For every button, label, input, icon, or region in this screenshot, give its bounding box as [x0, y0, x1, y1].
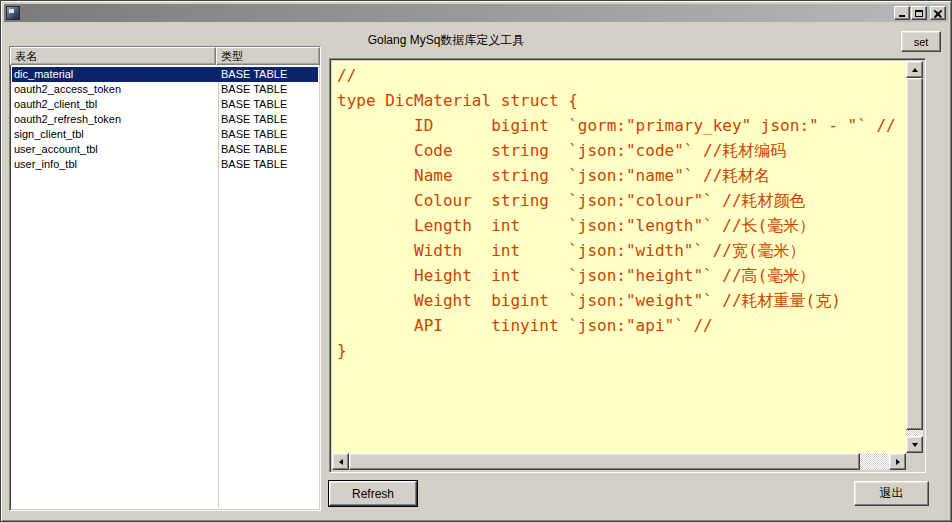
table-row[interactable]: oauth2_client_tbl BASE TABLE: [12, 97, 318, 112]
table-row[interactable]: dic_material BASE TABLE: [12, 67, 318, 82]
code-panel: // type DicMaterial struct { ID bigint `…: [329, 58, 926, 473]
cell-table-name: dic_material: [12, 67, 218, 82]
cell-table-name: oauth2_access_token: [12, 82, 218, 97]
scroll-left-button[interactable]: [332, 453, 349, 470]
exit-button[interactable]: 退出: [854, 481, 929, 506]
minimize-icon: [899, 15, 905, 17]
cell-table-name: oauth2_refresh_token: [12, 112, 218, 127]
horizontal-scrollbar[interactable]: [332, 453, 906, 470]
cell-table-name: sign_client_tbl: [12, 127, 218, 142]
table-row[interactable]: oauth2_refresh_token BASE TABLE: [12, 112, 318, 127]
cell-table-type: BASE TABLE: [218, 82, 318, 97]
code-text[interactable]: // type DicMaterial struct { ID bigint `…: [332, 61, 906, 365]
table-body: dic_material BASE TABLE oauth2_access_to…: [12, 67, 318, 508]
vertical-scrollbar[interactable]: [906, 61, 923, 453]
minimize-button[interactable]: [894, 6, 910, 20]
cell-table-name: user_info_tbl: [12, 157, 218, 172]
cell-table-type: BASE TABLE: [218, 157, 318, 172]
maximize-icon: [915, 10, 923, 17]
code-viewport: // type DicMaterial struct { ID bigint `…: [332, 61, 906, 453]
app-window: Golang MySq数据库定义工具 set 表名 类型 dic_materia…: [0, 0, 952, 522]
close-icon: [934, 10, 942, 17]
titlebar[interactable]: [4, 4, 948, 22]
maximize-button[interactable]: [911, 6, 927, 20]
cell-table-type: BASE TABLE: [218, 97, 318, 112]
scroll-right-button[interactable]: [889, 453, 906, 470]
cell-table-name: user_account_tbl: [12, 142, 218, 157]
table-row[interactable]: oauth2_access_token BASE TABLE: [12, 82, 318, 97]
cell-table-type: BASE TABLE: [218, 112, 318, 127]
table-row[interactable]: user_info_tbl BASE TABLE: [12, 157, 318, 172]
horizontal-scroll-thumb[interactable]: [349, 453, 860, 470]
table-row[interactable]: sign_client_tbl BASE TABLE: [12, 127, 318, 142]
app-icon[interactable]: [6, 6, 20, 20]
vertical-scroll-thumb[interactable]: [906, 78, 923, 430]
cell-table-type: BASE TABLE: [218, 142, 318, 157]
tables-list: 表名 类型 dic_material BASE TABLE oauth2_acc…: [9, 46, 321, 511]
refresh-button[interactable]: Refresh: [329, 481, 417, 506]
list-header: 表名 类型: [10, 47, 320, 65]
cell-table-type: BASE TABLE: [218, 127, 318, 142]
arrow-left-icon: [339, 459, 343, 465]
arrow-down-icon: [912, 443, 918, 447]
scroll-down-button[interactable]: [906, 436, 923, 453]
column-header-table-name[interactable]: 表名: [10, 47, 216, 65]
cell-table-name: oauth2_client_tbl: [12, 97, 218, 112]
arrow-up-icon: [912, 68, 918, 72]
close-button[interactable]: [930, 6, 946, 20]
set-button[interactable]: set: [901, 31, 941, 52]
column-header-table-type[interactable]: 类型: [216, 47, 320, 65]
scrollbar-corner: [906, 453, 923, 470]
table-row[interactable]: user_account_tbl BASE TABLE: [12, 142, 318, 157]
scroll-up-button[interactable]: [906, 61, 923, 78]
cell-table-type: BASE TABLE: [218, 67, 318, 82]
arrow-right-icon: [896, 459, 900, 465]
